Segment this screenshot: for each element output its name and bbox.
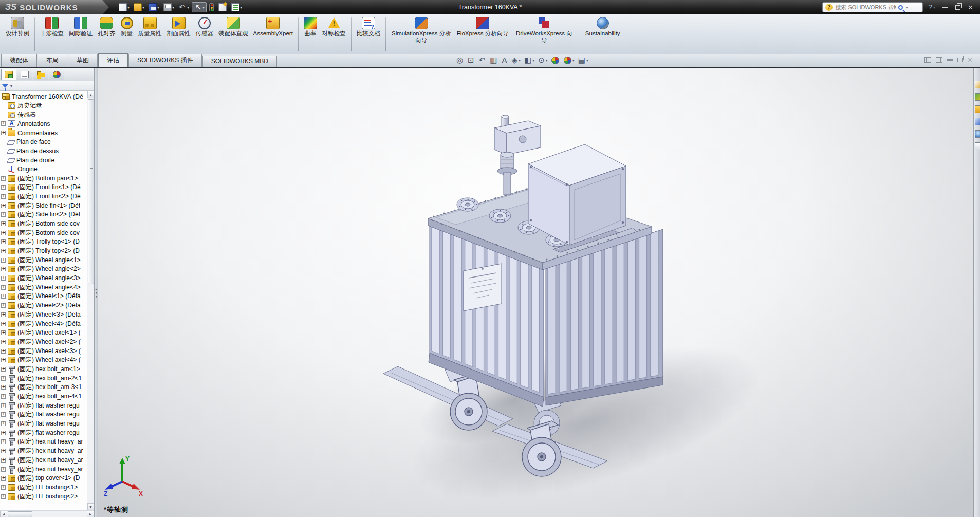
tree-root-item[interactable]: Transformer 160KVA (Dé (0, 92, 87, 101)
tree-item[interactable]: (固定) Trolly top<2> (D (0, 247, 87, 256)
scrollbar-thumb[interactable] (8, 511, 32, 517)
heads-up-button[interactable]: A (502, 56, 508, 65)
transformer-3d-model[interactable] (98, 68, 973, 517)
tree-item[interactable]: (固定) Bottom pan<1> (0, 174, 87, 183)
radiator-fin[interactable] (454, 234, 461, 363)
minimize-button[interactable] (941, 7, 950, 8)
nameplate[interactable] (464, 264, 502, 311)
ribbon-button[interactable] (385, 17, 386, 51)
expand-toggle[interactable] (1, 194, 6, 199)
help-search-box[interactable]: ? ▾ (822, 2, 923, 12)
search-input[interactable] (835, 4, 896, 10)
radiator-fin[interactable] (594, 249, 601, 386)
expand-toggle[interactable] (1, 249, 6, 253)
expand-toggle[interactable] (1, 303, 6, 308)
document-close-icon[interactable]: ✕ (967, 56, 973, 64)
document-minimize-icon[interactable] (947, 59, 953, 61)
task-pane-tab[interactable] (975, 93, 980, 101)
tree-item[interactable]: (固定) HT bushing<1> (0, 483, 87, 492)
tree-item[interactable]: (固定) hex nut heavy_ar (0, 456, 87, 465)
ribbon-button[interactable]: 剖面属性 (164, 16, 193, 53)
junction-box[interactable] (528, 144, 626, 245)
quick-access-button[interactable]: ▾ (132, 3, 146, 12)
dropdown-arrow-icon[interactable]: ▾ (172, 5, 174, 10)
radiator-fin[interactable] (627, 238, 635, 381)
expand-toggle[interactable] (1, 340, 6, 344)
expand-toggle[interactable] (1, 458, 6, 463)
quick-access-button[interactable] (208, 3, 216, 12)
tree-horizontal-scrollbar[interactable]: ◄ ► (0, 510, 94, 517)
tree-item[interactable]: (固定) flat washer regu (0, 410, 87, 419)
dropdown-arrow-icon[interactable]: ▾ (142, 5, 144, 10)
expand-toggle[interactable] (1, 258, 6, 263)
command-tab[interactable]: 装配体 (1, 54, 37, 67)
ribbon-button[interactable]: 传感器 (193, 16, 216, 53)
tree-item[interactable]: (固定) hex bolt_am-2<1 (0, 374, 87, 383)
tree-item[interactable]: (固定) Wheel<1> (Défa (0, 292, 87, 301)
dropdown-arrow-icon[interactable]: ▾ (546, 58, 548, 63)
heads-up-button[interactable]: ◈ ▾ (511, 56, 521, 65)
tree-item[interactable]: (固定) Wheel angle<2> (0, 265, 87, 274)
heads-up-button[interactable]: ⊡ (468, 56, 475, 65)
tree-item[interactable]: (固定) Bottom side cov (0, 219, 87, 229)
panel-tab[interactable] (1, 69, 16, 80)
tree-item[interactable]: (固定) Wheel axel<4> ( (0, 356, 87, 365)
tree-item[interactable]: (固定) hex bolt_am<1> (0, 365, 87, 374)
ribbon-button[interactable]: 设计算例 (3, 16, 32, 53)
radiator-fin[interactable] (582, 253, 590, 389)
expand-toggle[interactable] (1, 204, 6, 208)
search-dropdown-icon[interactable]: ▾ (905, 5, 908, 10)
heads-up-button[interactable]: ⊙ ▾ (538, 56, 548, 65)
expand-toggle[interactable] (1, 376, 6, 381)
expand-toggle[interactable] (1, 412, 6, 417)
tree-item[interactable]: (固定) Wheel axel<3> ( (0, 346, 87, 356)
radiator-fin[interactable] (605, 246, 613, 384)
tree-item[interactable]: (固定) Side fin<2> (Déf (0, 210, 87, 219)
tree-item[interactable]: 传感器 (0, 110, 87, 119)
split-pane-left-icon[interactable] (924, 57, 931, 63)
dropdown-arrow-icon[interactable]: ▾ (240, 5, 242, 10)
expand-toggle[interactable] (1, 476, 6, 481)
command-tab[interactable]: 布局 (38, 54, 67, 67)
split-pane-right-icon[interactable] (936, 57, 942, 63)
expand-toggle[interactable] (1, 494, 6, 499)
task-pane-tab[interactable] (975, 105, 980, 113)
expand-toggle[interactable] (1, 276, 6, 281)
dropdown-arrow-icon[interactable]: ▾ (202, 5, 205, 10)
task-pane-tab[interactable] (975, 130, 980, 138)
ribbon-button[interactable] (34, 17, 35, 51)
ribbon-button[interactable]: 间隙验证 (66, 16, 95, 53)
command-tab[interactable]: SOLIDWORKS MBD (202, 56, 277, 67)
quick-access-button[interactable]: ▾ (230, 3, 244, 12)
tree-item[interactable]: (固定) HT bushing<2> (0, 492, 87, 501)
dropdown-arrow-icon[interactable]: ▾ (519, 58, 521, 63)
tree-item[interactable]: (固定) hex nut heavy_ar (0, 437, 87, 447)
tree-item[interactable]: (固定) flat washer regu (0, 428, 87, 437)
expand-toggle[interactable] (1, 267, 6, 271)
expand-toggle[interactable] (1, 358, 6, 362)
tree-item[interactable]: (固定) Front fin<2> (Dé (0, 192, 87, 201)
search-icon[interactable] (898, 5, 903, 10)
help-menu-button[interactable]: ? ▾ (927, 4, 937, 11)
command-tab[interactable]: 草图 (68, 54, 98, 67)
quick-access-button[interactable]: ▾ (162, 3, 176, 12)
tree-item[interactable]: (固定) Bottom side cov (0, 228, 87, 237)
ribbon-button[interactable]: Sustainability (583, 16, 623, 53)
radiator-fin[interactable] (521, 260, 528, 388)
ribbon-button[interactable]: DriveWorksXpress 向导 (511, 16, 577, 53)
tree-vertical-scrollbar[interactable]: ▲ ▼ (87, 91, 94, 510)
dropdown-arrow-icon[interactable]: ▾ (127, 5, 130, 10)
radiator-fin[interactable] (570, 257, 578, 391)
heads-up-button[interactable]: ● ▾ (564, 57, 575, 64)
ribbon-button[interactable]: 比较文档 (354, 16, 383, 53)
tree-item[interactable]: (固定) hex nut heavy_ar (0, 465, 87, 474)
panel-tab[interactable] (17, 69, 32, 80)
radiator-fin[interactable] (651, 231, 658, 376)
expand-toggle[interactable] (1, 121, 6, 126)
quick-access-button[interactable]: ▾ (117, 3, 131, 12)
scroll-up-icon[interactable]: ▲ (87, 91, 95, 98)
expand-toggle[interactable] (1, 385, 6, 390)
graphics-viewport[interactable]: Y X Z *等轴测 (98, 68, 973, 517)
tree-item[interactable]: (固定) flat washer regu (0, 419, 87, 429)
expand-toggle[interactable] (1, 349, 6, 354)
